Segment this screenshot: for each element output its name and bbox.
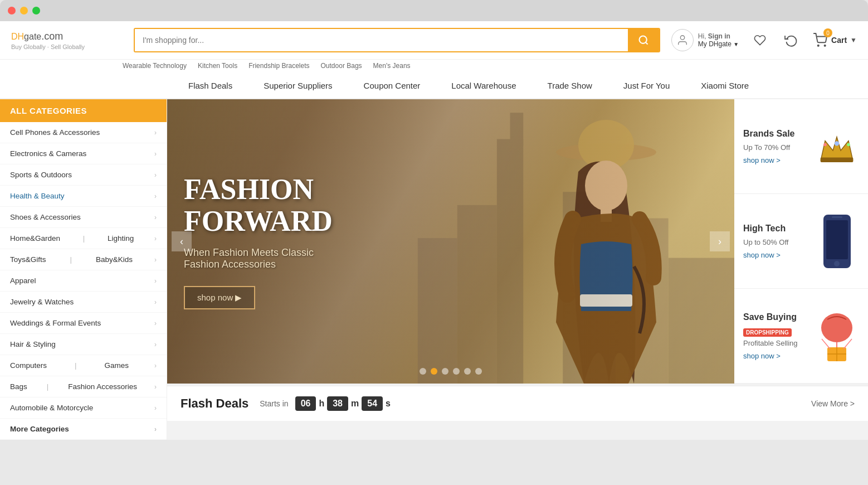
high-tech-cta[interactable]: shop now > <box>743 251 788 259</box>
hero-dots <box>420 368 482 375</box>
hero-title: FASHIONFORWARD <box>184 173 333 237</box>
sidebar-item-shoes[interactable]: Shoes & Accessories › <box>0 207 167 228</box>
sidebar-item-home-garden[interactable]: Home&Garden | Lighting › <box>0 228 167 249</box>
greeting-text: Hi, Sign in <box>698 32 739 40</box>
user-info: Hi, Sign in My DHgate ▼ <box>698 32 739 48</box>
nav-local-warehouse[interactable]: Local Warehouse <box>436 73 531 98</box>
suggestion-wearable[interactable]: Wearable Technology <box>123 62 187 70</box>
sidebar-item-toys[interactable]: Toys&Gifts | Baby&Kids › <box>0 249 167 270</box>
cart-label: Cart <box>831 36 847 45</box>
flash-timer-label: Starts in <box>260 399 288 408</box>
hero-next-button[interactable]: › <box>710 231 730 251</box>
brands-sale-text: Brands Sale Up To 70% Off shop now > <box>743 129 794 164</box>
nav-xiaomi-store[interactable]: Xiaomi Store <box>685 73 764 98</box>
flash-deals-bar: Flash Deals Starts in 06 h 38 m 54 s Vie… <box>167 386 868 421</box>
timer-seconds: 54 <box>362 396 383 411</box>
chevron-right-icon: › <box>154 129 157 137</box>
cart-icon-wrap: 0 <box>812 33 828 47</box>
search-icon <box>638 35 649 46</box>
main-layout: ALL CATEGORIES Cell Phones & Accessories… <box>0 99 868 440</box>
svg-rect-26 <box>832 216 842 218</box>
hero-dot-2[interactable] <box>431 368 437 375</box>
nav-coupon-center[interactable]: Coupon Center <box>348 73 436 98</box>
phone-icon <box>822 214 852 269</box>
hero-dot-6[interactable] <box>475 368 482 375</box>
suggestion-friendship[interactable]: Friendship Bracelets <box>248 62 309 70</box>
logo-area: DHgate.com Buy Globally · Sell Globally <box>11 31 123 50</box>
save-buying-cta[interactable]: shop now > <box>743 352 798 360</box>
high-tech-card: High Tech Up to 50% Off shop now > <box>734 194 868 289</box>
logo-dh: DH <box>11 32 24 41</box>
nav-trade-show[interactable]: Trade Show <box>532 73 608 98</box>
svg-marker-18 <box>821 137 852 158</box>
view-more-link[interactable]: View More > <box>811 399 855 408</box>
search-input[interactable] <box>135 29 628 51</box>
hero-dot-1[interactable] <box>420 368 426 375</box>
logo[interactable]: DHgate.com <box>11 31 123 42</box>
svg-point-21 <box>823 143 827 146</box>
chevron-right-icon: › <box>154 171 157 179</box>
cart-dropdown-icon: ▼ <box>850 36 857 44</box>
suggestion-kitchen[interactable]: Kitchen Tools <box>198 62 237 70</box>
sidebar-item-cell-phones[interactable]: Cell Phones & Accessories › <box>0 122 167 143</box>
chevron-right-icon: › <box>154 214 157 221</box>
sidebar-item-health[interactable]: Health & Beauty › <box>0 186 167 207</box>
nav-superior-suppliers[interactable]: Superior Suppliers <box>248 73 348 98</box>
sidebar-item-computers[interactable]: Computers | Games › <box>0 355 167 376</box>
cart-button[interactable]: 0 Cart ▼ <box>812 33 857 47</box>
suggestion-outdoor[interactable]: Outdoor Bags <box>321 62 362 70</box>
save-buying-title: Save Buying <box>743 312 798 322</box>
sidebar-item-hair[interactable]: Hair & Styling › <box>0 334 167 355</box>
hero-prev-button[interactable]: ‹ <box>172 231 192 251</box>
sign-in-link[interactable]: Sign in <box>708 32 730 40</box>
chevron-right-icon: › <box>154 362 157 370</box>
hero-dot-5[interactable] <box>464 368 471 375</box>
user-area[interactable]: Hi, Sign in My DHgate ▼ <box>671 29 739 51</box>
svg-point-3 <box>818 45 819 46</box>
chevron-right-icon: › <box>154 192 157 200</box>
header-icons: Hi, Sign in My DHgate ▼ <box>671 29 857 51</box>
svg-point-0 <box>639 36 646 43</box>
hero-section: FASHIONFORWARD When Fashion Meets Classi… <box>167 99 868 384</box>
search-button[interactable] <box>628 29 659 51</box>
cart-badge: 0 <box>823 28 832 37</box>
svg-point-25 <box>834 261 840 266</box>
wishlist-button[interactable] <box>750 30 770 50</box>
history-button[interactable] <box>781 30 801 50</box>
sidebar-item-apparel[interactable]: Apparel › <box>0 270 167 292</box>
minimize-button[interactable] <box>20 7 28 14</box>
crown-icon <box>817 127 856 166</box>
logo-gate: gate <box>24 32 41 41</box>
dropship-icon <box>816 311 858 361</box>
sidebar-item-electronics[interactable]: Electronics & Cameras › <box>0 143 167 164</box>
sidebar-item-jewelry[interactable]: Jewelry & Watches › <box>0 292 167 313</box>
sidebar: ALL CATEGORIES Cell Phones & Accessories… <box>0 99 167 440</box>
maximize-button[interactable] <box>32 7 40 14</box>
suggestion-jeans[interactable]: Men's Jeans <box>373 62 411 70</box>
timer-m-sep: m <box>351 399 359 409</box>
sidebar-item-automobile[interactable]: Automobile & Motorcycle › <box>0 397 167 419</box>
save-buying-image <box>815 314 859 358</box>
nav-bar: Flash Deals Superior Suppliers Coupon Ce… <box>0 73 868 99</box>
brands-sale-cta[interactable]: shop now > <box>743 156 794 164</box>
my-dhgate-link[interactable]: My DHgate ▼ <box>698 40 739 48</box>
nav-flash-deals[interactable]: Flash Deals <box>173 73 248 98</box>
hero-shop-button[interactable]: shop now ▶ <box>184 286 255 309</box>
nav-just-for-you[interactable]: Just For You <box>608 73 685 98</box>
sidebar-item-weddings[interactable]: Weddings & Formal Events › <box>0 313 167 334</box>
brands-sale-image <box>815 124 859 169</box>
close-button[interactable] <box>8 7 16 14</box>
high-tech-desc: Up to 50% Off <box>743 238 788 246</box>
sidebar-item-bags[interactable]: Bags | Fashion Accessories › <box>0 376 167 397</box>
sidebar-item-more[interactable]: More Categories › <box>0 419 167 440</box>
hero-dot-4[interactable] <box>453 368 460 375</box>
high-tech-text: High Tech Up to 50% Off shop now > <box>743 224 788 259</box>
user-icon <box>671 29 694 51</box>
high-tech-title: High Tech <box>743 224 788 234</box>
svg-rect-24 <box>826 220 848 259</box>
chevron-right-icon: › <box>154 256 157 264</box>
chevron-right-icon: › <box>154 319 157 327</box>
brands-sale-title: Brands Sale <box>743 129 794 139</box>
hero-dot-3[interactable] <box>442 368 448 375</box>
sidebar-item-sports[interactable]: Sports & Outdoors › <box>0 164 167 186</box>
